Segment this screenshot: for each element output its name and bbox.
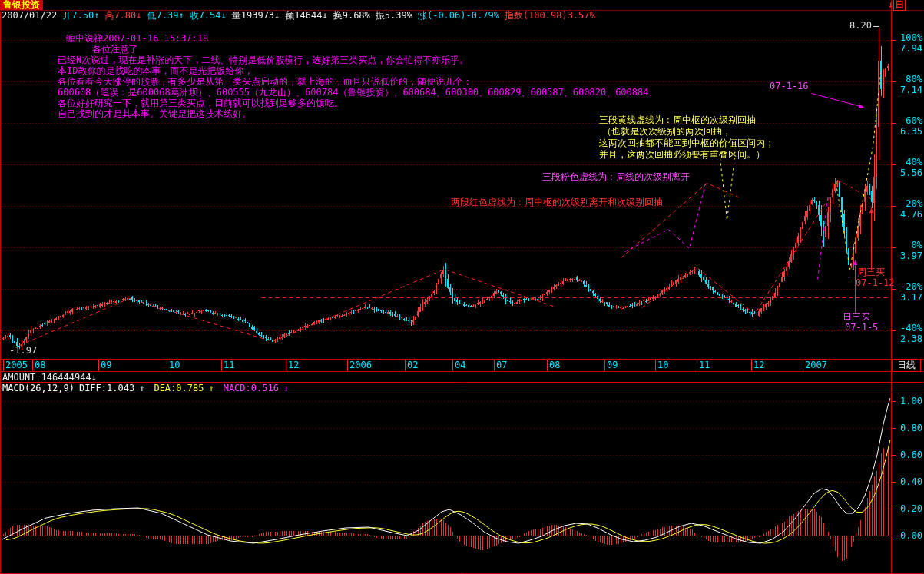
commentary-line-6: 600608（笔误：是600068葛洲坝）、600555（九龙山）、600784… — [58, 88, 657, 98]
price-scale-pct-5: 0% — [892, 241, 922, 251]
macd-scale-value-5: -0.00 — [892, 531, 922, 541]
commentary-line-4: 本ID教你的是找吃的本事，而不是光把饭给你， — [58, 66, 253, 76]
amount-label: AMOUNT — [2, 372, 35, 383]
up-arrow-icon: ↑ — [139, 383, 144, 393]
low-price-label: -1.97 — [9, 346, 37, 356]
macd-scale-value-2: 0.60 — [892, 450, 922, 460]
macd-scale-value-1: 0.80 — [892, 423, 922, 433]
week-buy-date: 07-1-12 — [856, 278, 895, 288]
macd-macd-value: MACD:0.516↓ — [224, 383, 293, 393]
day-buy-date: 07-1-5 — [845, 323, 878, 333]
price-scale-value-4: 4.76 — [892, 210, 922, 220]
price-scale-pct-6: -20% — [892, 282, 922, 292]
date-axis-label-4: 11 — [224, 360, 234, 370]
price-scale-pct-0: 100% — [892, 33, 922, 43]
yellow-note-line1: 三段黄线虚线为：周中枢的次级别回抽 — [599, 115, 756, 125]
red-note: 两段红色虚线为：周中枢的次级别离开和次级别回抽 — [451, 197, 663, 207]
yellow-note-line4: 并且，这两次回抽必须要有重叠区间。） — [599, 150, 765, 160]
price-scale-value-7: 2.38 — [892, 334, 922, 344]
date-axis-label-14: 12 — [753, 360, 764, 370]
date-callout-0716: 07-1-16 — [770, 81, 809, 91]
price-scale-value-0: 7.94 — [892, 44, 922, 54]
app-window: 鲁银投资 ↓日 2007/01/22开7.50↑高7.80↓低7.39↑收7.5… — [0, 0, 924, 574]
quote-bar: 2007/01/22开7.50↑高7.80↓低7.39↑收7.54↓量19397… — [2, 11, 606, 21]
price-scale-pct-1: 80% — [892, 75, 922, 85]
commentary-line-5: 各位看看今天涨停的股票，有多少是从第三类买点启动的，就上海的，而且只说低价的，随… — [58, 77, 472, 87]
commentary-line-3: 已经N次说过，现在是补涨的天下，二线、特别是低价股横行，选好第三类买点，你会忙得… — [58, 55, 469, 65]
commentary-line-8: 自己找到的才是其本事。关键是把这技术练好。 — [58, 109, 251, 119]
yellow-note-line2: （也就是次次级别的两次回抽， — [602, 127, 731, 137]
date-axis-label-6: 2006 — [349, 360, 372, 370]
commentary-line-7: 各位好好研究一下，就用第三类买点，目前就可以找到足够多的饭吃。 — [58, 98, 343, 108]
macd-header: MACD(26,12,9)DIFF:1.043↑DEA:0.785↑MACD:0… — [2, 383, 298, 393]
down-arrow-icon: ↓ — [283, 383, 289, 393]
quote-field-6: 额14644↓ — [285, 10, 327, 21]
date-axis-label-7: 02 — [407, 360, 418, 370]
date-axis-label-5: 12 — [288, 360, 299, 370]
period-toggle-icon[interactable]: ↓日 — [888, 0, 906, 10]
date-axis-label-13: 11 — [699, 360, 710, 370]
price-scale-pct-7: -40% — [892, 323, 922, 333]
price-scale-value-5: 3.97 — [892, 251, 922, 261]
macd-scale-value-4: 0.20 — [892, 504, 922, 514]
date-axis-label-11: 09 — [607, 360, 618, 370]
date-axis-label-15: 2007 — [805, 360, 827, 370]
date-axis-label-2: 09 — [101, 360, 111, 370]
amount-row: AMOUNT 146444944↓ — [2, 373, 97, 382]
day-buy-label: 日三买 — [843, 312, 870, 322]
price-scale-pct-4: 20% — [892, 199, 922, 209]
quote-fields: 开7.50↑高7.80↓低7.39↑收7.54↓量193973↓额14644↓换… — [62, 10, 601, 21]
macd-diff-value: DIFF:1.043↑ — [79, 383, 149, 393]
stock-title: 鲁银投资 — [0, 0, 43, 10]
yellow-note-line3: 这两次回抽都不能回到中枢的价值区间内； — [599, 138, 774, 148]
pink-note: 三段粉色虚线为：周线的次级别离开 — [542, 172, 690, 182]
date-axis-label-12: 10 — [657, 360, 668, 370]
commentary-line-1: 缠中说禅2007-01-16 15:37:18 — [66, 34, 208, 44]
price-scale-value-1: 7.14 — [892, 85, 922, 95]
quote-field-3: 低7.39↑ — [147, 10, 184, 21]
week-buy-label: 周三买 — [857, 267, 885, 277]
period-label-daily[interactable]: 日线 — [892, 359, 921, 372]
date-axis-label-3: 10 — [169, 360, 180, 370]
price-scale-value-2: 6.35 — [892, 127, 922, 137]
macd-scale-value-3: 0.40 — [892, 477, 922, 487]
macd-params: MACD(26,12,9) — [2, 383, 75, 393]
up-arrow-icon: ↑ — [208, 383, 214, 393]
price-scale-value-3: 5.56 — [892, 168, 922, 178]
high-price-label: 8.20 — [849, 21, 872, 31]
date-axis-label-10: 08 — [549, 360, 560, 370]
quote-field-1: 开7.50↑ — [62, 10, 99, 21]
quote-field-2: 高7.80↓ — [104, 10, 141, 21]
date-axis-label-9: 07 — [496, 360, 507, 370]
price-scale-pct-3: 40% — [892, 158, 922, 168]
quote-field-4: 收7.54↓ — [190, 10, 227, 21]
macd-scale-value-0: 1.00 — [892, 396, 922, 406]
amount-arrow-icon: ↓ — [91, 372, 97, 383]
quote-field-8: 振5.39% — [376, 10, 412, 21]
quote-field-5: 量193973↓ — [232, 10, 280, 21]
quote-field-7: 换9.68% — [333, 10, 370, 21]
daily-period-icon: 日 — [893, 0, 906, 11]
date-axis-label-1: 08 — [35, 360, 45, 370]
date-axis-label-8: 04 — [455, 360, 465, 370]
quote-field-10: 指数(100.98)3.57% — [505, 10, 595, 21]
amount-value: 146444944 — [41, 372, 91, 383]
quote-field-9: 涨(-0.06)-0.79% — [418, 10, 499, 21]
price-scale-value-6: 3.17 — [892, 293, 922, 303]
price-scale-pct-2: 60% — [892, 116, 922, 126]
quote-date: 2007/01/22 — [2, 10, 57, 21]
date-axis-label-0: 2005 — [5, 360, 28, 370]
commentary-line-2: 各位注意了 — [92, 45, 138, 55]
macd-dea-value: DEA:0.785↑ — [154, 383, 218, 393]
